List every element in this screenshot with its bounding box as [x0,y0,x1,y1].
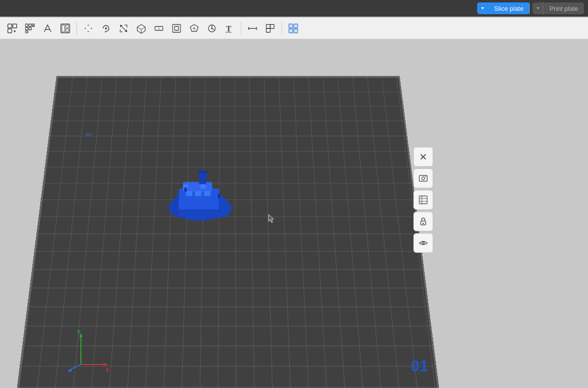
svg-marker-1 [537,7,539,9]
svg-line-26 [141,27,145,29]
svg-point-78 [423,223,424,224]
toolbar-hollow[interactable] [168,20,185,37]
svg-rect-73 [419,196,427,204]
side-btn-close[interactable] [413,147,433,167]
toolbar-sep-2 [241,22,241,35]
svg-rect-59 [218,194,220,198]
toolbar-orient[interactable] [262,20,279,37]
svg-rect-45 [294,24,298,28]
plate-label[interactable]: ✏ [86,130,92,139]
print-plate-group: Print plate [533,2,584,14]
svg-rect-4 [8,29,12,33]
toolbar-place-face[interactable] [133,20,150,37]
slice-plate-dropdown-arrow[interactable] [477,2,488,14]
svg-rect-53 [186,191,192,196]
slice-plate-group: Slice plate [477,2,530,14]
viewport[interactable]: ✏ [0,39,588,388]
svg-line-25 [137,27,141,29]
side-panel [413,147,433,253]
toolbar: A [0,18,588,39]
svg-text:A: A [32,24,34,27]
svg-rect-57 [201,185,206,189]
toolbar-grid[interactable]: A [22,20,38,37]
svg-point-80 [423,242,424,243]
toolbar-auto[interactable] [39,20,56,37]
svg-rect-11 [29,27,31,30]
toolbar-support-paint[interactable] [186,20,203,37]
svg-rect-55 [204,191,210,196]
svg-rect-6 [14,30,15,32]
toolbar-add-object[interactable] [4,20,21,37]
toolbar-layout[interactable] [57,20,74,37]
svg-text:T: T [226,24,231,33]
side-btn-photo[interactable] [413,169,433,188]
svg-point-72 [425,176,426,177]
toolbar-assembly[interactable] [285,20,302,37]
handle-notch-right [338,76,368,76]
svg-rect-15 [62,25,65,32]
toolbar-sep-3 [281,22,282,35]
svg-rect-14 [61,24,70,33]
toolbar-measure[interactable] [244,20,261,37]
svg-point-71 [422,177,425,180]
svg-point-18 [105,27,107,29]
svg-rect-8 [29,24,31,26]
toolbar-sep-1 [77,22,77,35]
print-plate-button[interactable]: Print plate [543,2,584,14]
svg-rect-42 [270,24,274,28]
side-btn-layers[interactable] [413,190,433,210]
svg-rect-3 [13,24,17,28]
svg-rect-54 [195,191,202,196]
svg-rect-30 [173,24,180,32]
svg-rect-16 [66,25,69,28]
svg-rect-17 [66,29,69,32]
svg-marker-0 [481,7,484,9]
plate-edit-icon: ✏ [86,130,92,139]
svg-point-35 [211,27,213,29]
svg-text:X: X [105,367,109,373]
boat-model[interactable] [159,156,246,222]
slice-plate-button[interactable]: Slice plate [488,2,530,14]
svg-marker-64 [103,363,108,366]
svg-rect-31 [175,26,179,30]
svg-rect-10 [26,27,28,30]
toolbar-seam-paint[interactable] [204,20,220,37]
svg-rect-52 [198,170,207,173]
handle-notch-left [88,76,118,76]
side-btn-eye[interactable] [413,233,433,253]
svg-rect-41 [266,24,270,28]
toolbar-move[interactable] [80,20,97,37]
svg-rect-43 [266,28,270,32]
toolbar-cut[interactable] [151,20,167,37]
plate-number: 01 [410,357,428,375]
svg-line-19 [120,25,127,32]
svg-text:Y: Y [77,330,81,335]
svg-rect-47 [294,29,298,33]
coordinate-axis: Y X [66,330,110,374]
svg-rect-7 [26,24,28,26]
top-bar: Slice plate Print plate [0,0,588,17]
toolbar-rotate[interactable] [98,20,114,37]
toolbar-scale[interactable] [115,20,132,37]
svg-rect-46 [289,29,293,33]
toolbar-text[interactable]: T [221,20,238,37]
svg-point-33 [193,27,196,29]
print-plate-dropdown-arrow[interactable] [533,2,543,14]
svg-rect-51 [199,172,206,184]
svg-rect-2 [8,24,12,28]
svg-rect-44 [289,24,293,28]
side-btn-lock[interactable] [413,212,433,231]
svg-rect-58 [184,187,187,192]
svg-rect-12 [26,31,28,33]
